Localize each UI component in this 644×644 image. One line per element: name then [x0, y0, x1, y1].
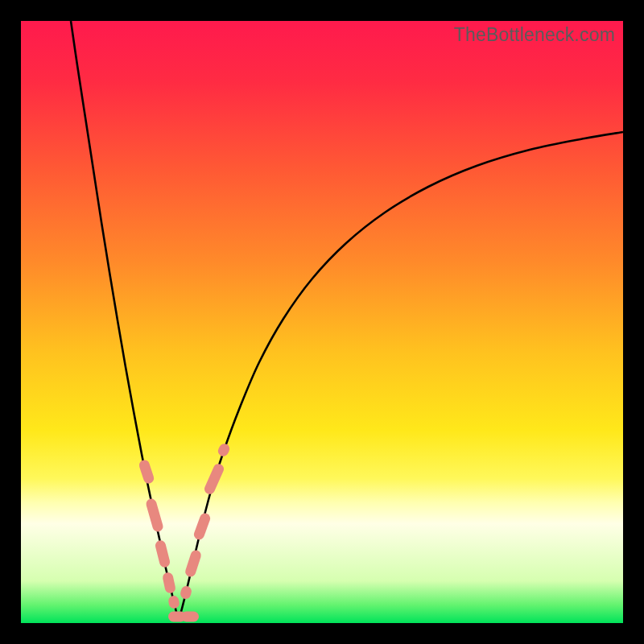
watermark-text: TheBottleneck.com: [454, 24, 615, 46]
curves-layer: [21, 21, 623, 623]
curve-marker: [138, 459, 155, 485]
curve-marker: [162, 572, 176, 594]
curve-marker: [217, 442, 232, 458]
curve-marker: [192, 512, 212, 541]
curve-marker: [181, 612, 199, 622]
right-curve: [179, 132, 623, 620]
outer-frame: TheBottleneck.com: [0, 0, 644, 644]
curve-marker: [180, 585, 193, 601]
curve-marker: [203, 462, 225, 496]
left-curve: [71, 21, 179, 620]
curve-marker: [145, 497, 164, 533]
markers-group: [138, 442, 231, 622]
plot-area: TheBottleneck.com: [21, 21, 623, 623]
curve-marker: [167, 595, 180, 609]
curve-marker: [184, 549, 203, 578]
curve-marker: [155, 539, 171, 568]
